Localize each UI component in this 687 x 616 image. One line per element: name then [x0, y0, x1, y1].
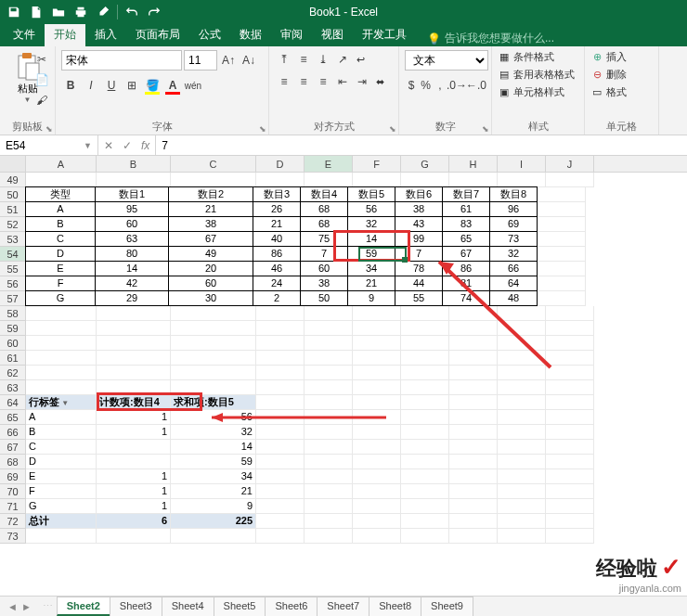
cell[interactable]: 数目3 — [253, 186, 301, 202]
decrease-decimal-icon[interactable]: ←.0 — [467, 76, 486, 95]
cell[interactable]: 50 — [300, 290, 348, 306]
cell[interactable] — [256, 395, 305, 410]
orientation-icon[interactable]: ↗ — [333, 50, 352, 69]
cell[interactable]: A — [26, 410, 97, 425]
cell[interactable] — [256, 484, 305, 499]
row-header-51[interactable]: 51 — [0, 202, 25, 217]
sheet-tab-Sheet4[interactable]: Sheet4 — [162, 597, 214, 616]
cell[interactable] — [538, 202, 586, 217]
font-name-select[interactable] — [61, 50, 182, 71]
cell[interactable] — [256, 425, 305, 440]
cell[interactable] — [401, 173, 449, 187]
sheet-prev-icon[interactable]: ◄ — [7, 601, 18, 612]
cell[interactable]: 69 — [489, 216, 538, 232]
cell[interactable] — [26, 366, 97, 380]
cell[interactable]: 42 — [95, 276, 169, 291]
decrease-font-icon[interactable]: A↓ — [240, 51, 258, 70]
font-size-select[interactable] — [184, 50, 217, 71]
cell[interactable] — [353, 440, 401, 455]
cell[interactable] — [353, 455, 401, 469]
cell[interactable] — [305, 529, 353, 544]
cell[interactable] — [546, 351, 594, 366]
cell[interactable]: 14 — [347, 231, 395, 247]
cell[interactable] — [401, 425, 449, 440]
cell[interactable] — [546, 499, 594, 514]
cell[interactable] — [449, 351, 498, 366]
cell[interactable]: 73 — [489, 231, 538, 247]
row-header-54[interactable]: 54 — [0, 247, 25, 262]
col-header-B[interactable]: B — [97, 156, 171, 172]
sheet-tab-Sheet2[interactable]: Sheet2 — [57, 597, 110, 616]
cell[interactable] — [498, 499, 546, 514]
cell[interactable] — [449, 469, 498, 484]
align-center-icon[interactable]: ≡ — [294, 72, 313, 91]
cell[interactable] — [498, 514, 546, 529]
cell[interactable] — [256, 440, 305, 455]
cell[interactable]: 75 — [300, 231, 348, 247]
tab-data[interactable]: 数据 — [230, 23, 271, 46]
cell[interactable]: 46 — [253, 261, 301, 276]
cell[interactable] — [353, 425, 401, 440]
cell[interactable]: 95 — [95, 201, 169, 217]
cell[interactable] — [498, 529, 546, 544]
cell[interactable]: 38 — [395, 201, 443, 217]
cell[interactable] — [353, 306, 401, 321]
undo-icon[interactable] — [122, 2, 142, 22]
align-middle-icon[interactable]: ≡ — [294, 50, 313, 69]
cell[interactable] — [498, 455, 546, 469]
cell[interactable]: 9 — [347, 290, 395, 306]
cell[interactable] — [353, 321, 401, 336]
cell[interactable] — [256, 173, 305, 187]
formula-input[interactable] — [156, 135, 687, 155]
cell[interactable] — [538, 291, 586, 306]
cell[interactable]: 34 — [347, 261, 395, 276]
cell[interactable]: 83 — [442, 216, 490, 232]
cell[interactable] — [401, 351, 449, 366]
cell[interactable] — [538, 232, 586, 247]
cell[interactable]: A — [25, 201, 96, 217]
cell[interactable] — [449, 306, 498, 321]
cell[interactable]: 44 — [395, 276, 443, 291]
cell[interactable] — [546, 440, 594, 455]
cell[interactable] — [305, 410, 353, 425]
cell[interactable]: 86 — [253, 246, 301, 262]
cell[interactable]: 38 — [300, 276, 348, 291]
cell[interactable] — [353, 351, 401, 366]
cell[interactable] — [353, 366, 401, 380]
cell[interactable]: 14 — [95, 261, 169, 276]
cell[interactable]: 74 — [442, 290, 490, 306]
cell[interactable]: 65 — [442, 231, 490, 247]
cell[interactable]: 30 — [168, 290, 253, 306]
cell[interactable] — [256, 499, 305, 514]
cell[interactable] — [498, 425, 546, 440]
sheet-tab-Sheet9[interactable]: Sheet9 — [421, 597, 473, 616]
cell[interactable]: 99 — [395, 231, 443, 247]
cell[interactable] — [256, 410, 305, 425]
row-header-68[interactable]: 68 — [0, 455, 25, 469]
cell[interactable]: 43 — [395, 216, 443, 232]
cell[interactable] — [546, 336, 594, 351]
cell[interactable]: 38 — [168, 216, 253, 232]
cell[interactable]: 59 — [347, 246, 395, 262]
cell[interactable] — [353, 173, 401, 187]
sheet-tab-Sheet6[interactable]: Sheet6 — [265, 597, 318, 616]
row-header-62[interactable]: 62 — [0, 366, 25, 380]
cell[interactable] — [401, 306, 449, 321]
currency-icon[interactable]: $ — [405, 76, 418, 95]
cell[interactable] — [546, 321, 594, 336]
cell[interactable]: E — [25, 261, 96, 276]
cell[interactable]: 61 — [442, 201, 490, 217]
cell[interactable] — [256, 336, 305, 351]
cell[interactable]: 29 — [95, 290, 169, 306]
cell[interactable] — [353, 514, 401, 529]
cell[interactable] — [538, 217, 586, 232]
cell[interactable]: E — [26, 469, 97, 484]
sheet-tab-Sheet8[interactable]: Sheet8 — [369, 597, 421, 616]
cell[interactable] — [353, 380, 401, 395]
cell[interactable]: 68 — [300, 216, 348, 232]
cell[interactable] — [26, 529, 97, 544]
cell[interactable]: F — [25, 276, 96, 291]
cell[interactable]: 1 — [97, 499, 171, 514]
comma-icon[interactable]: , — [434, 76, 447, 95]
cell[interactable] — [538, 262, 586, 276]
